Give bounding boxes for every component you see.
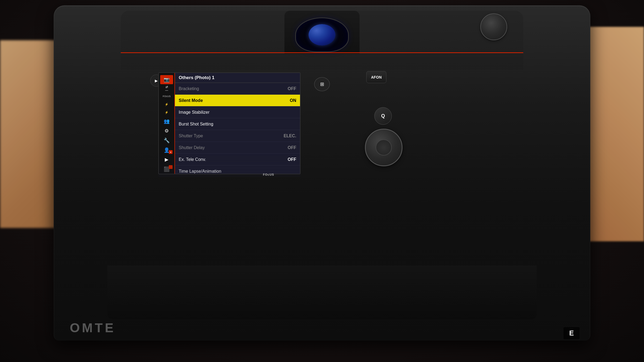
sidebar-item-camera[interactable]: 📷 [160, 75, 173, 84]
silent-mode-value: ON [290, 98, 296, 103]
viewfinder-lens [309, 24, 335, 46]
grid-icon: ⊞ [320, 81, 324, 87]
gear-icon: ⚙ [164, 128, 169, 133]
sidebar-item-sub1[interactable]: ⇄— [160, 85, 173, 92]
camera-icon: 📷 [164, 77, 170, 82]
screen-reflection [158, 153, 301, 177]
shutter-delay-label: Shutter Delay [179, 145, 205, 150]
sidebar-item-gear[interactable]: ⚙ [160, 126, 173, 135]
watermark: E [564, 327, 580, 339]
burst-shot-label: Burst Shot Setting [179, 122, 213, 127]
menu-item-silent-mode[interactable]: Silent Mode ON [175, 95, 300, 106]
shutter-delay-value: OFF [288, 145, 296, 150]
silent-mode-label: Silent Mode [179, 98, 203, 103]
red-accent-line [121, 52, 523, 53]
focus-label: FOcUS [263, 173, 274, 176]
navigation-wheel[interactable] [365, 129, 402, 166]
people-icon: 👥 [164, 119, 170, 124]
mode-dial[interactable] [480, 13, 507, 40]
sidebar-item-sub2[interactable]: FOcUS [160, 93, 173, 100]
menu-item-shutter-delay[interactable]: Shutter Delay OFF [175, 142, 300, 154]
flash-icon-2: ⚡ [165, 111, 169, 114]
menu-title: Others (Photo) 1 [175, 73, 300, 83]
bracketing-value: OFF [288, 86, 296, 91]
afc-label: AFON [371, 75, 382, 79]
flash-icon-1: ⚡ [165, 103, 169, 106]
sidebar-item-wrench[interactable]: 🔧 [160, 136, 173, 145]
grid-button[interactable]: ⊞ [314, 77, 330, 91]
shutter-type-label: Shutter Type [179, 134, 203, 138]
viewfinder-hump [284, 11, 360, 54]
q-button[interactable]: Q [374, 107, 392, 125]
nav-wheel-center[interactable] [376, 139, 392, 156]
q-label: Q [381, 113, 385, 119]
shutter-type-value: ELEC. [284, 134, 296, 138]
bracketing-label: Bracketing [179, 86, 199, 91]
afc-button[interactable]: AFON [366, 71, 386, 83]
viewfinder-eyepiece [295, 17, 349, 52]
camera-body: ▶ LVF ⊞ 📷 ⇄— FOcUS ⚡ [54, 5, 590, 341]
menu-item-image-stabilizer[interactable]: Image Stabilizer [175, 106, 300, 118]
sidebar-item-people[interactable]: 👥 [160, 117, 173, 126]
camera-bottom [107, 265, 537, 319]
arrow-icon-1: ⇄— [165, 85, 168, 92]
brand-text: OMTE [70, 320, 116, 335]
menu-item-shutter-type[interactable]: Shutter Type ELEC. [175, 130, 300, 142]
menu-item-bracketing[interactable]: Bracketing OFF [175, 83, 300, 95]
sidebar-item-sub3[interactable]: ⚡ [160, 101, 173, 108]
image-stabilizer-label: Image Stabilizer [179, 110, 210, 115]
sidebar-item-sub4[interactable]: ⚡ [160, 109, 173, 116]
wrench-icon: 🔧 [164, 138, 170, 143]
menu-item-burst-shot[interactable]: Burst Shot Setting [175, 118, 300, 130]
play-icon: ▶ [155, 79, 158, 83]
focus-tab-icon: FOcUS [163, 95, 171, 98]
